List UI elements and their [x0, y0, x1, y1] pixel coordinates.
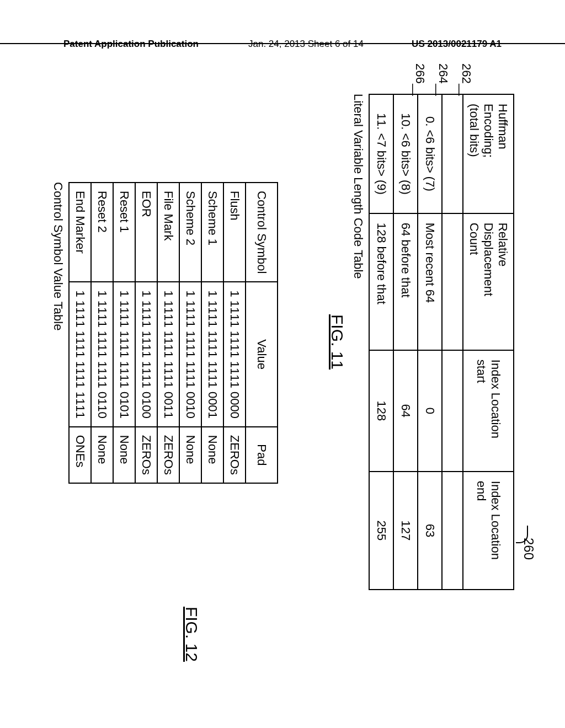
table-row: Scheme 21 1111 1111 1111 0010None [179, 183, 201, 483]
table-row: 10. <6 bits> (8) 64 before that 64 127 [393, 94, 418, 590]
table-row: Scheme 11 1111 1111 1111 0001None [201, 183, 223, 483]
col-value: Value [246, 282, 278, 426]
table-row: Flush1 1111 1111 1111 0000ZEROs [223, 183, 246, 483]
col-huffman-line1: Huffman Encoding; [482, 104, 510, 158]
ref-264: 264— [436, 63, 450, 94]
cell: 255 [369, 472, 393, 590]
cell: ZEROs [157, 427, 179, 483]
cell: ZEROs [135, 427, 157, 483]
cell: None [179, 427, 201, 483]
table-header-row: Control Symbol Value Pad [246, 183, 278, 483]
control-symbol-table: Control Symbol Value Pad Flush1 1111 111… [68, 182, 278, 484]
cell: 64 [393, 350, 418, 472]
cell: Scheme 1 [201, 183, 223, 282]
figure-drawings-rotated: 260 262— 264— 266— Huffman Encoding;(tot… [51, 94, 514, 590]
cell: 1 1111 1111 1111 0011 [157, 282, 179, 426]
cell: Scheme 2 [179, 183, 201, 282]
cell: None [91, 427, 113, 483]
fig12-group: FIG. 12 Control Symbol Value Pad Flush1 … [51, 182, 278, 590]
cell: 0. <6 bits> (7) [418, 94, 442, 213]
col-reldisp-line2: Count [467, 223, 481, 255]
cell: 11. <7 bits> (9) [369, 94, 393, 213]
cell: 1 1111 1111 1111 0101 [113, 282, 135, 426]
fig11-caption: Literal Variable Length Code Table [351, 94, 365, 590]
ref-266: 266— [413, 63, 427, 94]
leader-line-icon: — [466, 84, 467, 94]
cell: 1 1111 1111 1111 0110 [91, 282, 113, 426]
table-header-row: Huffman Encoding;(total bits) Relative D… [463, 94, 514, 590]
col-rel-disp: Relative DisplacementCount [463, 213, 514, 350]
col-pad: Pad [246, 427, 278, 483]
cell: None [113, 427, 135, 483]
cell: 1 1111 1111 1111 0010 [179, 282, 201, 426]
col-reldisp-line1: Relative Displacement [482, 223, 510, 296]
ref-262: 262— [459, 63, 473, 94]
leader-line-icon: — [443, 84, 444, 94]
col-huffman-line2: (total bits) [467, 104, 481, 157]
cell: File Mark [157, 183, 179, 282]
cell: 128 [369, 350, 393, 472]
cell: None [201, 427, 223, 483]
table-row: 11. <7 bits> (9) 128 before that 128 255 [369, 94, 393, 590]
table-row: 0. <6 bits> (7) Most recent 64 0 63 [418, 94, 442, 590]
cell: 1 1111 1111 1111 0000 [223, 282, 246, 426]
fig12-label: FIG. 12 [182, 607, 201, 662]
col-huffman: Huffman Encoding;(total bits) [463, 94, 514, 213]
cell: 64 before that [393, 213, 418, 350]
leader-line-icon: — [419, 84, 420, 94]
table-row: Reset 11 1111 1111 1111 0101None [113, 183, 135, 483]
cell: 1 1111 1111 1111 1111 [69, 282, 91, 426]
fig11-group: 260 262— 264— 266— Huffman Encoding;(tot… [328, 94, 514, 590]
col-index-start: Index Location start [463, 350, 514, 472]
page-header: Patent Application Publication Jan. 24, … [0, 39, 565, 44]
cell: 10. <6 bits> (8) [393, 94, 418, 213]
header-pub-text: Patent Application Publication [63, 39, 199, 50]
col-index-end: Index Location end [463, 472, 514, 590]
table-row: File Mark1 1111 1111 1111 0011ZEROs [157, 183, 179, 483]
cell: ONEs [69, 427, 91, 483]
cell: 1 1111 1111 1111 0001 [201, 282, 223, 426]
table-spacer-row [442, 94, 463, 590]
cell: Reset 1 [113, 183, 135, 282]
cell: 127 [393, 472, 418, 590]
cell: EOR [135, 183, 157, 282]
fig12-caption: Control Symbol Value Table [51, 182, 65, 590]
header-date-sheet: Jan. 24, 2013 Sheet 6 of 14 [248, 39, 364, 50]
ref-262-text: 262 [459, 63, 473, 84]
header-pub-number: US 2013/0021179 A1 [412, 39, 502, 50]
cell: 1 1111 1111 1111 0100 [135, 282, 157, 426]
fig11-label: FIG. 11 [328, 94, 347, 590]
table-row: EOR1 1111 1111 1111 0100ZEROs [135, 183, 157, 483]
cell: End Marker [69, 183, 91, 282]
cell: ZEROs [223, 427, 246, 483]
ref-266-text: 266 [413, 63, 427, 84]
col-control-symbol: Control Symbol [246, 183, 278, 282]
cell: Most recent 64 [418, 213, 442, 350]
cell: Reset 2 [91, 183, 113, 282]
cell: 128 before that [369, 213, 393, 350]
literal-vlc-table: Huffman Encoding;(total bits) Relative D… [369, 94, 514, 590]
table-row: End Marker1 1111 1111 1111 1111ONEs [69, 183, 91, 483]
table-row: Reset 21 1111 1111 1111 0110None [91, 183, 113, 483]
ref-264-text: 264 [436, 63, 450, 84]
cell: Flush [223, 183, 246, 282]
cell: 0 [418, 350, 442, 472]
cell: 63 [418, 472, 442, 590]
